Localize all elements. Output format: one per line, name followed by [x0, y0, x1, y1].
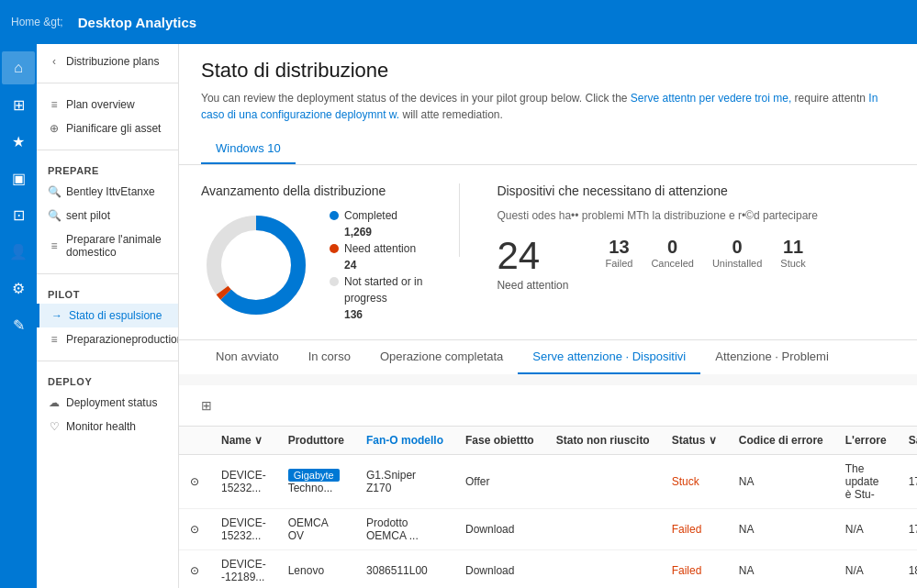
row-model-3: 3086511L00 [355, 550, 454, 589]
filter-serve-attenzione[interactable]: Serve attenzione · Dispositivi [518, 340, 700, 374]
legend-notstarted-2: progress [330, 292, 422, 305]
gigabyte-tag: Gigabyte [288, 469, 340, 482]
col-name[interactable]: Name ∨ [210, 427, 277, 455]
people-icon[interactable]: 👤 [2, 235, 35, 268]
legend-notstarted-count: 136 [330, 308, 422, 321]
row-error-1: The update è Stu- [834, 455, 898, 509]
row-fail-2 [545, 509, 661, 550]
table-row: ⊙ DEVICE--12189... Lenovo 3086511L00 Dow… [179, 550, 917, 589]
breadcrumb: Home &gt; [11, 16, 63, 28]
devices-table: Name ∨ Produttore Fan-O modello Fase obi… [179, 427, 917, 588]
row-model-1: G1.Sniper Z170 [355, 455, 454, 509]
sidebar-pianificare[interactable]: ⊕ Pianificare gli asset [37, 116, 178, 140]
filter-operazione[interactable]: Operazione completata [365, 340, 518, 374]
grid-icon: ≡ [48, 333, 61, 346]
row-name-3[interactable]: DEVICE--12189... [210, 550, 277, 589]
sidebar: ‹ Distribuzione plans ≡ Plan overview ⊕ … [37, 44, 179, 588]
search-icon-2: 🔍 [48, 209, 61, 222]
progress-section: Avanzamento della distribuzione [201, 183, 422, 321]
attention-main: 24 Need attention 13 Failed 0 Canceled [497, 237, 895, 292]
attention-dot [330, 244, 339, 253]
row-status-2: Failed [661, 509, 728, 550]
sidebar-preparazione[interactable]: ≡ Preparazioneproduction [37, 327, 178, 351]
table-toolbar: ⊞ [179, 385, 917, 427]
tab-windows10[interactable]: Windows 10 [201, 134, 296, 164]
filter-tabs: Non avviato In corso Operazione completa… [179, 339, 917, 374]
filter-non-avviato[interactable]: Non avviato [201, 340, 294, 374]
sidebar-plan-overview[interactable]: ≡ Plan overview [37, 93, 178, 116]
stats-section: Avanzamento della distribuzione [179, 165, 917, 339]
attention-subtitle: Questi odes ha•• problemi MTh la distrib… [497, 209, 895, 222]
pencil-icon[interactable]: ✎ [2, 308, 35, 341]
filter-in-corso[interactable]: In corso [294, 340, 365, 374]
row-model-2: Prodotto OEMCA ... [355, 509, 454, 550]
page-title: Stato di distribuzione [201, 59, 895, 83]
col-icon [179, 427, 210, 455]
row-errcode-2: NA [728, 509, 834, 550]
sidebar-bentley[interactable]: 🔍 Bentley IttvEtanxe [37, 180, 178, 204]
devices-icon[interactable]: ▣ [2, 161, 35, 194]
sidebar-stato-espulsione[interactable]: → Stato di espulsione [37, 304, 178, 327]
page-description: You can review the deployment status of … [201, 90, 895, 123]
serve-attentn-link[interactable]: Serve attentn per vedere troi me, [631, 92, 791, 105]
plan-overview-icon: ≡ [48, 98, 61, 111]
row-icon-3: ⊙ [179, 550, 210, 589]
col-manufacturer: Produttore [277, 427, 355, 455]
row-phase-2: Download [454, 509, 545, 550]
list-icon: ≡ [48, 239, 61, 252]
table-row: ⊙ DEVICE-15232... OEMCA OV Prodotto OEMC… [179, 509, 917, 550]
row-name-2[interactable]: DEVICE-15232... [210, 509, 277, 550]
row-phase-1: Offer [454, 455, 545, 509]
sidebar-back[interactable]: ‹ Distribuzione plans [37, 50, 178, 73]
page-header: Stato di distribuzione You can review th… [179, 44, 917, 165]
attention-number-group: 24 Need attention [497, 237, 568, 292]
attention-number: 24 [497, 237, 568, 275]
sidebar-sent[interactable]: 🔍 sent pilot [37, 204, 178, 227]
row-name-1[interactable]: DEVICE-15232... [210, 455, 277, 509]
pianificare-icon: ⊕ [48, 122, 61, 135]
row-icon-2: ⊙ [179, 509, 210, 550]
table-section: ⊞ Name ∨ Produttore Fan-O modello Fase o… [179, 385, 917, 588]
row-mfr-3: Lenovo [277, 550, 355, 589]
row-sarcee-3: 18362.657 [898, 550, 917, 589]
table-body: ⊙ DEVICE-15232... Gigabyte Techno... G1.… [179, 455, 917, 589]
settings-icon[interactable]: ⚙ [2, 272, 35, 305]
legend-notstarted: Not started or in [330, 275, 422, 288]
back-icon: ‹ [48, 55, 61, 68]
icon-bar: ⌂ ⊞ ★ ▣ ⊡ 👤 ⚙ ✎ [0, 44, 37, 588]
row-sarcee-1: 17134.885 [898, 455, 917, 509]
dashboard-icon[interactable]: ⊞ [2, 88, 35, 121]
home-icon[interactable]: ⌂ [2, 51, 35, 84]
attention-stats: 13 Failed 0 Canceled 0 Uninstalled 11 [605, 237, 805, 269]
stat-stuck: 11 Stuck [780, 237, 806, 269]
col-status[interactable]: Status ∨ [661, 427, 728, 455]
col-error-code: Codice di errore [728, 427, 834, 455]
col-model[interactable]: Fan-O modello [355, 427, 454, 455]
row-error-3: N/A [834, 550, 898, 589]
star-icon[interactable]: ★ [2, 125, 35, 158]
row-mfr-2: OEMCA OV [277, 509, 355, 550]
legend-attention-count: 24 [330, 259, 422, 272]
apps-icon[interactable]: ⊡ [2, 198, 35, 231]
sidebar-deployment-status[interactable]: ☁ Deployment status [37, 391, 178, 415]
legend-completed-count: 1,269 [330, 226, 422, 239]
cloud-icon: ☁ [48, 396, 61, 409]
table-header-row: Name ∨ Produttore Fan-O modello Fase obi… [179, 427, 917, 455]
content-area: Stato di distribuzione You can review th… [179, 44, 917, 588]
top-bar-title: Desktop Analytics [78, 15, 197, 30]
row-fail-1 [545, 455, 661, 509]
arrow-icon: → [50, 309, 63, 322]
attention-section: Dispositivi che necessitano di attenzion… [497, 183, 895, 321]
toolbar-icon-1[interactable]: ⊞ [194, 393, 219, 418]
row-icon-1: ⊙ [179, 455, 210, 509]
col-phase: Fase obiettto [454, 427, 545, 455]
legend-attention: Need attention [330, 242, 422, 255]
sidebar-preparare[interactable]: ≡ Preparare l'animale domestico [37, 227, 178, 264]
sidebar-pilot-header: PILOT [37, 283, 178, 304]
sidebar-monitor-health[interactable]: ♡ Monitor health [37, 415, 178, 438]
top-bar: Home &gt; Desktop Analytics [0, 0, 917, 44]
table-row: ⊙ DEVICE-15232... Gigabyte Techno... G1.… [179, 455, 917, 509]
row-mfr-1: Gigabyte Techno... [277, 455, 355, 509]
row-status-1: Stuck [661, 455, 728, 509]
filter-attenzione-problemi[interactable]: Attenzione · Problemi [700, 340, 844, 374]
